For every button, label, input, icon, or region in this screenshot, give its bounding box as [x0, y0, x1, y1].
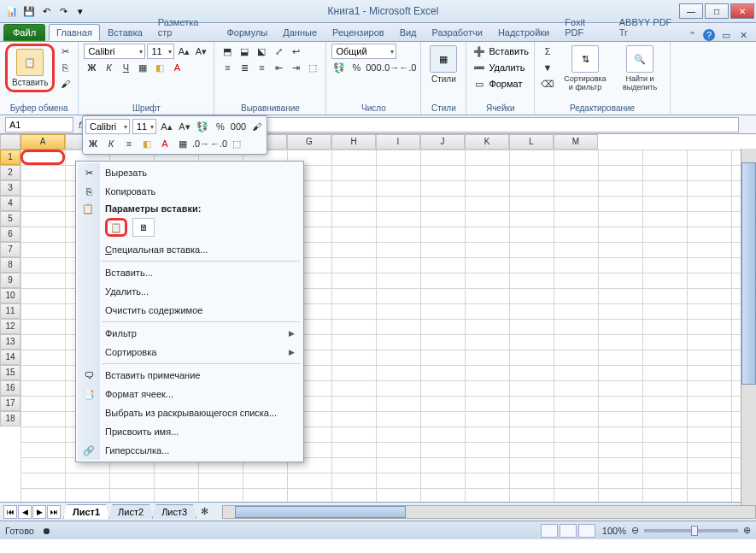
sheet-tab[interactable]: Лист2 — [108, 504, 153, 519]
view-pagelayout-icon[interactable] — [560, 524, 577, 538]
maximize-button[interactable]: □ — [705, 3, 729, 19]
save-icon[interactable]: 💾 — [22, 4, 36, 18]
format-cells-icon[interactable]: ▭ — [472, 76, 487, 91]
row-header[interactable]: 12 — [0, 319, 21, 334]
zoom-slider[interactable] — [644, 529, 738, 532]
autosum-icon[interactable]: Σ — [540, 44, 555, 59]
vscroll-thumb[interactable] — [741, 162, 756, 385]
ctx-delete[interactable]: Удалить... — [78, 282, 302, 301]
row-header[interactable]: 3 — [0, 180, 21, 196]
tab-abbyy[interactable]: ABBYY PDF Tr — [612, 14, 686, 41]
wrap-text-icon[interactable]: ↩ — [288, 44, 303, 59]
col-header[interactable]: J — [420, 134, 465, 150]
row-header[interactable]: 16 — [0, 380, 21, 396]
fill-icon[interactable]: ▼ — [540, 60, 555, 75]
tab-developer[interactable]: Разработчи — [425, 24, 490, 41]
name-box[interactable]: A1 — [5, 117, 73, 132]
underline-button[interactable]: Ч — [118, 60, 133, 75]
sheet-next-icon[interactable]: ▶ — [32, 505, 46, 519]
font-color-icon[interactable]: A — [169, 60, 185, 75]
mini-percent-icon[interactable]: % — [213, 119, 228, 134]
view-pagebreak-icon[interactable] — [578, 524, 595, 538]
tab-addins[interactable]: Надстройки — [490, 24, 557, 41]
mini-grow-font-icon[interactable]: A▴ — [159, 119, 174, 134]
macro-record-icon[interactable]: ⏺ — [39, 523, 55, 538]
row-header[interactable]: 14 — [0, 350, 21, 365]
horizontal-scrollbar[interactable] — [222, 505, 756, 519]
select-all-button[interactable] — [0, 134, 21, 150]
vertical-scrollbar[interactable] — [741, 149, 756, 514]
col-header[interactable]: A — [21, 134, 65, 150]
col-header[interactable]: G — [287, 134, 331, 150]
align-center-icon[interactable]: ≣ — [237, 60, 252, 75]
comma-icon[interactable]: 000 — [366, 60, 381, 75]
mini-dec-decimal-icon[interactable]: ←.0 — [211, 136, 226, 151]
zoom-out-button[interactable]: ⊖ — [631, 525, 639, 536]
format-cells-button[interactable]: Формат — [489, 79, 522, 89]
qat-more-icon[interactable]: ▾ — [73, 4, 87, 18]
mini-align-icon[interactable]: ≡ — [121, 136, 137, 151]
sheet-tab[interactable]: Лист1 — [63, 504, 109, 519]
ctx-define-name[interactable]: Присвоить имя... — [78, 422, 302, 441]
help-icon[interactable]: ? — [703, 29, 715, 41]
tab-insert[interactable]: Вставка — [100, 24, 150, 41]
find-select-button[interactable]: 🔍 Найти и выделить — [615, 44, 665, 93]
ctx-copy[interactable]: ⎘Копировать — [78, 182, 302, 201]
paste-button[interactable]: 📋 Вставить — [9, 47, 51, 89]
align-middle-icon[interactable]: ⬓ — [237, 44, 252, 59]
ctx-format-cells[interactable]: 📑Формат ячеек... — [78, 385, 302, 403]
mini-comma-icon[interactable]: 000 — [231, 119, 246, 134]
ctx-clear[interactable]: Очистить содержимое — [78, 301, 302, 320]
delete-cells-button[interactable]: Удалить — [489, 62, 525, 73]
align-right-icon[interactable]: ≡ — [254, 60, 269, 75]
tab-view[interactable]: Вид — [392, 24, 425, 41]
col-header[interactable]: M — [554, 134, 598, 150]
row-header[interactable]: 8 — [0, 257, 21, 273]
row-header[interactable]: 18 — [0, 411, 21, 427]
mini-font-color-icon[interactable]: A — [157, 136, 173, 151]
currency-icon[interactable]: 💱 — [331, 60, 347, 75]
mini-currency-icon[interactable]: 💱 — [195, 119, 210, 134]
mini-borders-icon[interactable]: ▦ — [175, 136, 190, 151]
ctx-pick-from-list[interactable]: Выбрать из раскрывающегося списка... — [78, 403, 302, 422]
row-header[interactable]: 13 — [0, 334, 21, 350]
orientation-icon[interactable]: ⤢ — [271, 44, 286, 59]
row-header[interactable]: 2 — [0, 165, 21, 180]
copy-icon[interactable]: ⎘ — [57, 60, 73, 75]
ctx-filter[interactable]: Фильтр▶ — [78, 324, 302, 343]
row-header[interactable]: 5 — [0, 211, 21, 226]
decrease-decimal-icon[interactable]: ←.0 — [400, 60, 415, 75]
sheet-tab[interactable]: Лист3 — [152, 504, 196, 519]
bold-button[interactable]: Ж — [84, 60, 99, 75]
tab-data[interactable]: Данные — [275, 24, 325, 41]
window-restore-icon[interactable]: ▭ — [720, 29, 732, 41]
ctx-paste-special[interactable]: ССпециальная вставка...пециальная вставк… — [78, 240, 302, 259]
borders-icon[interactable]: ▦ — [135, 60, 150, 75]
mini-font-combo[interactable]: Calibri — [85, 119, 130, 134]
clear-icon[interactable]: ⌫ — [540, 76, 555, 91]
tab-foxit[interactable]: Foxit PDF — [557, 14, 612, 41]
align-top-icon[interactable]: ⬒ — [220, 44, 235, 59]
zoom-knob[interactable] — [691, 526, 698, 536]
col-header[interactable]: L — [509, 134, 554, 150]
row-header[interactable]: 11 — [0, 303, 21, 319]
new-sheet-icon[interactable]: ✻ — [196, 504, 212, 520]
zoom-level[interactable]: 100% — [602, 526, 626, 536]
merge-icon[interactable]: ⬚ — [305, 60, 320, 75]
tab-pagelayout[interactable]: Разметка стр — [150, 14, 220, 41]
ribbon-minimize-icon[interactable]: ⌃ — [686, 29, 698, 41]
zoom-in-button[interactable]: ⊕ — [743, 525, 751, 536]
align-bottom-icon[interactable]: ⬕ — [254, 44, 269, 59]
number-format-combo[interactable]: Общий — [331, 44, 396, 59]
shrink-font-icon[interactable]: A▾ — [193, 44, 208, 59]
row-header[interactable]: 17 — [0, 396, 21, 411]
mini-italic-button[interactable]: К — [103, 136, 119, 151]
mini-merge-icon[interactable]: ⬚ — [229, 136, 244, 151]
tab-home[interactable]: Главная — [49, 24, 100, 41]
undo-icon[interactable]: ↶ — [39, 4, 53, 18]
increase-indent-icon[interactable]: ⇥ — [288, 60, 303, 75]
ctx-insert-comment[interactable]: 🗨Вставить примечание — [78, 366, 302, 385]
delete-cells-icon[interactable]: ➖ — [472, 60, 487, 75]
row-header[interactable]: 7 — [0, 242, 21, 257]
tab-file[interactable]: Файл — [3, 24, 45, 41]
